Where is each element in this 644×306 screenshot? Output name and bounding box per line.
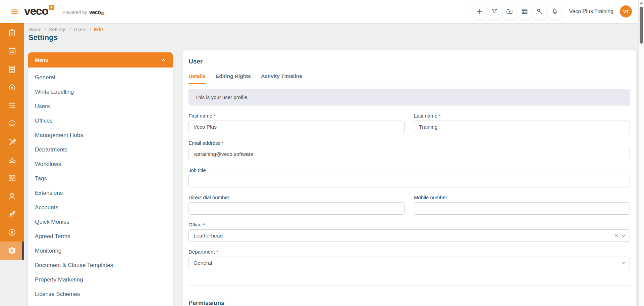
filter-button[interactable]: [488, 4, 501, 19]
powered-by-brand: veco+: [89, 9, 104, 15]
office-clear-icon[interactable]: [614, 233, 619, 238]
department-chevron-down-icon: [621, 260, 627, 266]
scrollbar-up-arrow[interactable]: [640, 2, 643, 4]
breadcrumb-users[interactable]: Users: [74, 27, 87, 32]
last-name-group: Last name *: [414, 113, 630, 133]
sidebar-item-offices[interactable]: [0, 60, 24, 78]
pound-circle-icon: [8, 228, 16, 237]
sidebar-item-contractors[interactable]: [0, 187, 24, 205]
permissions-heading: Permissions: [189, 300, 630, 306]
menu-item-agreed-terms[interactable]: Agreed Terms: [28, 229, 173, 244]
last-name-input[interactable]: [414, 121, 630, 133]
funnel-icon: [491, 8, 498, 15]
menu-item-offices[interactable]: Offices: [28, 114, 173, 128]
home-user-icon: [8, 83, 16, 92]
clipboard-check-icon: [8, 29, 16, 37]
top-bar: veco + Powered by veco+ Veco Plus Traini…: [0, 0, 644, 23]
folder-download-icon: [506, 8, 513, 15]
sidebar-item-calendar[interactable]: [0, 42, 24, 60]
password-button[interactable]: [533, 4, 546, 19]
breadcrumb-settings[interactable]: Settings: [49, 27, 66, 32]
bell-icon: [551, 8, 558, 15]
top-actions: Veco Plus Training VT: [473, 0, 632, 23]
vertical-scrollbar-track[interactable]: [638, 0, 644, 306]
menu-collapse-header[interactable]: Menu: [28, 52, 173, 68]
sidebar-item-contacts[interactable]: [0, 169, 24, 187]
hamburger-menu-button[interactable]: [7, 4, 22, 19]
profile-notice-text: This is your user profile.: [195, 94, 249, 100]
menu-item-management-hubs[interactable]: Management Hubs: [28, 128, 173, 142]
menu-list: General White Labelling Users Offices Ma…: [28, 68, 173, 301]
office-select[interactable]: Leatherhead: [189, 229, 630, 242]
department-group: Department * General: [189, 249, 630, 269]
menu-item-users[interactable]: Users: [28, 99, 173, 114]
menu-item-property-marketing[interactable]: Property Marketing: [28, 272, 173, 287]
menu-item-quick-monies[interactable]: Quick Monies: [28, 215, 173, 229]
logo-plus-icon: +: [49, 5, 54, 10]
import-button[interactable]: [503, 4, 516, 19]
veco-logo: veco +: [24, 5, 54, 17]
tabs: Details Editing Rights Activity Timeline: [189, 73, 630, 84]
sidebar-item-downloads[interactable]: [0, 151, 24, 169]
sidebar-item-maintenance[interactable]: [0, 133, 24, 151]
breadcrumb: Home/Settings/Users/Edit: [29, 27, 103, 32]
id-card-icon: [8, 174, 16, 182]
breadcrumb-current: Edit: [94, 27, 103, 32]
first-name-input[interactable]: [189, 121, 405, 133]
direct-dial-input[interactable]: [189, 202, 405, 215]
tab-details[interactable]: Details: [189, 73, 206, 84]
office-label: Office *: [189, 222, 630, 227]
menu-item-extensions[interactable]: Extensions: [28, 186, 173, 200]
vertical-scrollbar-thumb[interactable]: [640, 7, 643, 44]
sidebar-item-comments[interactable]: [0, 115, 24, 133]
sidebar-item-accounts[interactable]: [0, 223, 24, 242]
mobile-input[interactable]: [414, 202, 630, 215]
avatar[interactable]: VT: [620, 5, 632, 17]
office-chevron-down-icon: [620, 232, 627, 239]
logo-text: veco: [24, 5, 48, 17]
table-icon: [521, 8, 528, 15]
account-name[interactable]: Veco Plus Training: [569, 8, 613, 14]
menu-item-departments[interactable]: Departments: [28, 142, 173, 157]
last-name-label: Last name *: [414, 113, 630, 119]
sidebar-item-checklist[interactable]: [0, 96, 24, 115]
email-input[interactable]: [189, 148, 630, 160]
breadcrumb-home[interactable]: Home: [29, 27, 42, 32]
powered-by-plus-icon: +: [101, 12, 104, 15]
add-button[interactable]: [473, 4, 486, 19]
tab-activity-timeline[interactable]: Activity Timeline: [261, 73, 302, 84]
chevron-up-icon: [160, 57, 167, 63]
calendar-icon: [8, 47, 16, 55]
menu-item-tags[interactable]: Tags: [28, 171, 173, 186]
powered-by-text: Powered by: [62, 9, 87, 15]
sidebar-item-launch[interactable]: [0, 205, 24, 223]
settings-menu-panel: Menu General White Labelling Users Offic…: [28, 52, 173, 306]
sidebar-item-property[interactable]: [0, 78, 24, 96]
menu-item-accounts[interactable]: Accounts: [28, 200, 173, 215]
job-title-group: Job title: [189, 167, 630, 187]
powered-by: Powered by veco+: [62, 9, 104, 15]
tab-editing-rights[interactable]: Editing Rights: [216, 73, 251, 84]
sidebar-item-tasks[interactable]: [0, 24, 24, 42]
key-icon: [536, 8, 543, 15]
grid-view-button[interactable]: [518, 4, 531, 19]
worker-hardhat-icon: [8, 192, 16, 201]
job-title-label: Job title: [189, 167, 630, 173]
download-tray-icon: [8, 156, 16, 164]
menu-item-document-clause-templates[interactable]: Document & Clause Templates: [28, 258, 173, 272]
user-panel-title: User: [189, 58, 630, 65]
job-title-input[interactable]: [189, 175, 630, 187]
menu-item-general[interactable]: General: [28, 70, 173, 85]
menu-item-monitoring[interactable]: Monitoring: [28, 244, 173, 258]
email-group: Email address *: [189, 140, 630, 160]
menu-item-white-labelling[interactable]: White Labelling: [28, 85, 173, 99]
mobile-label: Mobile number: [414, 194, 630, 200]
menu-item-workflows[interactable]: Workflows: [28, 157, 173, 171]
menu-item-license-schemes[interactable]: License Schemes: [28, 287, 173, 301]
notifications-button[interactable]: [548, 4, 561, 19]
department-select[interactable]: General: [189, 257, 630, 269]
page-title: Settings: [29, 33, 58, 42]
name-row: First name * Last name *: [189, 113, 630, 133]
plus-icon: [476, 8, 483, 15]
sidebar-item-settings[interactable]: [0, 242, 24, 260]
